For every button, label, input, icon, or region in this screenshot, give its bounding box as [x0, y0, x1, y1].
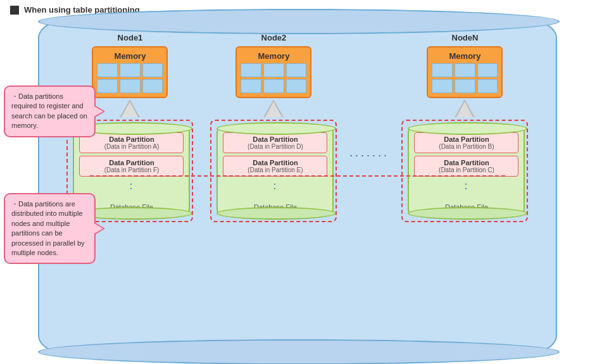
node-N-partition-0: Data Partition (Data in Partition B) — [414, 132, 518, 153]
node-N-memory-label: Memory — [432, 51, 498, 61]
node-N-memory-box: Memory — [427, 46, 503, 98]
memory-cell — [241, 63, 261, 77]
node-N-db-cylinder: Data Partition (Data in Partition B) Dat… — [408, 126, 525, 216]
memory-cell — [263, 79, 284, 93]
node-N-dashed-outline: Data Partition (Data in Partition B) Dat… — [401, 120, 528, 222]
node-1-memory-box: Memory — [92, 46, 168, 98]
node-1-partition-1: Data Partition (Data in Partition F) — [79, 156, 184, 177]
memory-cell — [97, 63, 118, 77]
memory-cell — [477, 63, 498, 77]
node-2-partition-0: Data Partition (Data in Partition D) — [223, 132, 327, 153]
page-wrapper: When using table partitioning ・Data part… — [0, 0, 590, 364]
node-2-partition-1: Data Partition (Data in Partition E) — [223, 156, 327, 177]
node-2-arrow — [263, 99, 284, 118]
node-N: NodeN Memory — [397, 33, 533, 222]
memory-cell — [241, 79, 261, 93]
node-2-memory-grid — [241, 63, 306, 93]
memory-cell — [263, 63, 284, 77]
memory-cell — [142, 63, 163, 77]
callout-top-text: ・Data partitions required to register an… — [11, 92, 87, 129]
memory-cell — [120, 79, 141, 93]
memory-cell — [432, 63, 453, 77]
node-1-memory-grid — [97, 63, 163, 93]
callout-top: ・Data partitions required to register an… — [4, 85, 96, 137]
memory-cell — [286, 79, 307, 93]
node-2-db-cylinder: Data Partition (Data in Partition D) Dat… — [217, 126, 334, 216]
callout-bottom-text: ・Data partitions are distributed into mu… — [11, 200, 85, 256]
header-icon — [10, 6, 19, 15]
node-2-memory-box: Memory — [235, 46, 311, 98]
node-2-dashed-outline: Data Partition (Data in Partition D) Dat… — [210, 120, 337, 222]
node-N-memory-grid — [432, 63, 498, 93]
node-N-dots: ： — [414, 179, 518, 193]
arrow-up-icon — [120, 99, 140, 117]
node-N-arrow — [455, 99, 475, 118]
node-1-memory-label: Memory — [97, 51, 163, 61]
node-2: Node2 Memory — [206, 33, 342, 222]
node-2-label: Node2 — [261, 33, 287, 42]
node-2-dots: ： — [223, 179, 327, 193]
memory-cell — [286, 63, 307, 77]
callout-bottom: ・Data partitions are distributed into mu… — [4, 193, 96, 264]
memory-cell — [477, 79, 498, 93]
arrow-up-icon — [263, 99, 284, 117]
main-container: Node1 Memory — [38, 19, 557, 355]
node-2-db-label: Database File — [218, 203, 332, 211]
dots-between-nodes: ....... — [349, 146, 389, 160]
node-1-dots: ： — [79, 179, 184, 193]
arrow-up-icon — [455, 99, 475, 117]
node-1-arrow — [120, 99, 140, 118]
node-1-label: Node1 — [118, 33, 143, 42]
memory-cell — [455, 63, 475, 77]
nodes-row: Node1 Memory — [39, 20, 556, 222]
memory-cell — [97, 79, 118, 93]
node-2-memory-label: Memory — [241, 51, 306, 61]
node-N-partition-1: Data Partition (Data in Partition C) — [414, 156, 518, 177]
memory-cell — [142, 79, 163, 93]
node-N-db-label: Database File — [409, 203, 524, 211]
memory-cell — [120, 63, 141, 77]
node-N-label: NodeN — [452, 33, 479, 42]
dashed-h-line — [90, 175, 505, 177]
memory-cell — [432, 79, 453, 93]
memory-cell — [455, 79, 475, 93]
node-1-partition-0: Data Partition (Data in Partition A) — [79, 132, 184, 153]
